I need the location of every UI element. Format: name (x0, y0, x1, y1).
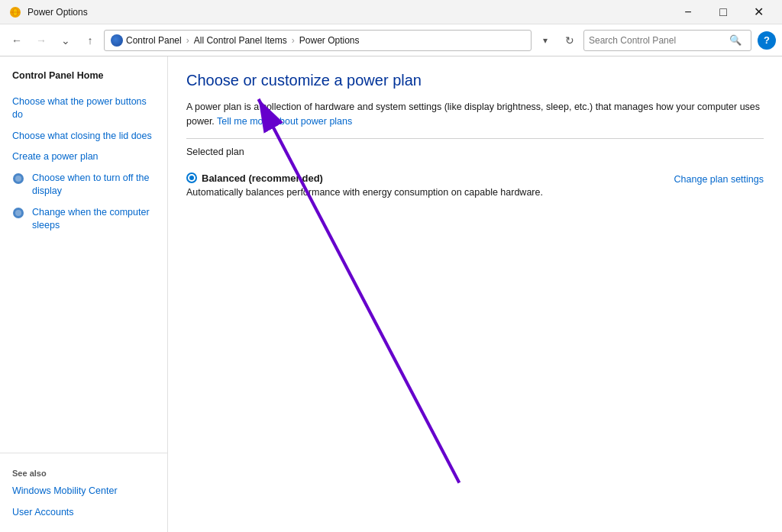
refresh-button[interactable]: ↻ (559, 30, 580, 51)
sidebar-home-label: Control Panel Home (12, 69, 103, 83)
sidebar-link-label: Create a power plan (12, 150, 99, 164)
sidebar-link-label: Choose what the power buttons do (12, 95, 158, 122)
title-bar: Power Options − □ ✕ (0, 0, 782, 24)
up-button[interactable]: ↑ (79, 30, 101, 51)
sidebar-link-power-buttons[interactable]: Choose what the power buttons do (0, 92, 167, 126)
sidebar-link-label: Choose what closing the lid does (12, 130, 152, 143)
address-bar: ← → ⌄ ↑ Control Panel › All Control Pane… (0, 24, 782, 56)
sidebar-link-turn-off-display[interactable]: Choose when to turn off the display (0, 168, 167, 202)
sidebar-link-label: User Accounts (12, 506, 74, 520)
window-title: Power Options (27, 7, 88, 18)
plan-description: Automatically balances performance with … (186, 187, 543, 198)
see-also-label: See also (0, 459, 167, 481)
globe-icon (111, 34, 123, 47)
content-area: Choose or customize a power plan A power… (168, 56, 782, 532)
window-icon (9, 6, 21, 18)
plan-name: Balanced (recommended) (186, 172, 543, 184)
help-button[interactable]: ? (758, 31, 776, 50)
breadcrumb-power-options[interactable]: Power Options (299, 35, 360, 46)
plan-row: Balanced (recommended) Automatically bal… (186, 165, 764, 202)
address-path: Control Panel › All Control Panel Items … (104, 30, 532, 51)
radio-button[interactable] (186, 172, 197, 183)
section-label: Selected plan (186, 147, 764, 157)
minimize-button[interactable]: − (671, 0, 706, 24)
title-bar-left: Power Options (9, 6, 88, 18)
sidebar-nav: Control Panel Home Choose what the power… (0, 66, 167, 447)
maximize-button[interactable]: □ (706, 0, 741, 24)
page-title: Choose or customize a power plan (186, 72, 764, 89)
breadcrumb-control-panel[interactable]: Control Panel (126, 35, 182, 46)
sidebar-link-accounts[interactable]: User Accounts (0, 502, 167, 524)
sidebar: Control Panel Home Choose what the power… (0, 56, 168, 532)
sidebar-link-mobility[interactable]: Windows Mobility Center (0, 481, 167, 502)
address-dropdown-button[interactable]: ▾ (535, 30, 556, 51)
sidebar-link-label: Change when the computer sleeps (32, 206, 158, 233)
description-text: A power plan is a collection of hardware… (186, 100, 764, 129)
section-divider (186, 138, 764, 139)
back-button[interactable]: ← (6, 30, 27, 51)
svg-point-6 (15, 210, 21, 216)
change-plan-link[interactable]: Change plan settings (674, 172, 764, 185)
search-icon[interactable]: 🔍 (729, 34, 742, 46)
main-layout: Control Panel Home Choose what the power… (0, 56, 782, 532)
breadcrumb-all-items[interactable]: All Control Panel Items (194, 35, 287, 46)
sidebar-home-link[interactable]: Control Panel Home (0, 66, 167, 87)
sidebar-link-sleep[interactable]: Change when the computer sleeps (0, 202, 167, 237)
sleep-icon (12, 207, 24, 219)
tell-me-more-link[interactable]: Tell me more about power plans (217, 116, 352, 127)
plan-info: Balanced (recommended) Automatically bal… (186, 172, 543, 198)
sidebar-link-lid[interactable]: Choose what closing the lid does (0, 126, 167, 147)
search-input[interactable] (589, 35, 726, 46)
close-button[interactable]: ✕ (741, 0, 776, 24)
sidebar-see-also: See also Windows Mobility Center User Ac… (0, 447, 167, 523)
sidebar-link-create-plan[interactable]: Create a power plan (0, 147, 167, 168)
forward-button[interactable]: → (31, 30, 52, 51)
search-box: 🔍 (583, 30, 751, 51)
sidebar-link-label: Choose when to turn off the display (32, 172, 158, 198)
svg-point-4 (15, 176, 21, 182)
sidebar-link-label: Windows Mobility Center (12, 485, 118, 498)
window-controls: − □ ✕ (671, 0, 776, 24)
display-icon (12, 172, 24, 185)
recent-button[interactable]: ⌄ (55, 30, 76, 51)
